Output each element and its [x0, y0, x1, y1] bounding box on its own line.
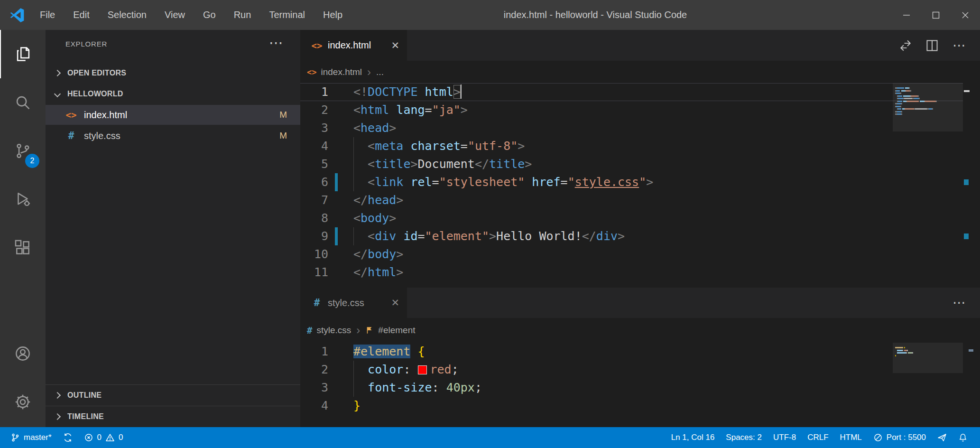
minimize-button[interactable]: [892, 0, 921, 30]
code-line[interactable]: 6 <link rel="stylesheet" href="style.css…: [300, 173, 963, 191]
code-line[interactable]: 4 <meta charset="utf-8">: [300, 137, 963, 155]
menu-file[interactable]: File: [31, 0, 64, 30]
activity-accounts[interactable]: [0, 329, 46, 378]
more-actions-icon[interactable]: ⋯: [952, 41, 966, 50]
code-line[interactable]: 1#element {: [300, 343, 963, 361]
minimap-token: [906, 90, 910, 92]
tab-index-html[interactable]: <> index.html ✕: [300, 30, 407, 61]
code-token: id: [403, 229, 417, 243]
live-server-port-status[interactable]: Port : 5500: [868, 427, 932, 448]
code-token: "ja": [432, 103, 461, 117]
tab-style-css[interactable]: # style.css ✕: [300, 288, 407, 318]
open-changes-icon[interactable]: [899, 39, 912, 52]
menu-help[interactable]: Help: [314, 0, 351, 30]
code-line[interactable]: 9 <div id="element">Hello World!</div>: [300, 227, 963, 245]
language-mode-status[interactable]: HTML: [834, 427, 868, 448]
activity-search[interactable]: [0, 78, 46, 127]
code-token: <: [368, 229, 375, 243]
indentation-status[interactable]: Spaces: 2: [720, 427, 767, 448]
code-lines-bottom[interactable]: 1#element {2 color: red;3 font-size: 40p…: [300, 343, 963, 427]
notifications-button[interactable]: [952, 427, 973, 448]
explorer-more-actions-icon[interactable]: ⋯: [269, 29, 283, 56]
activity-settings[interactable]: [0, 378, 46, 426]
code-line[interactable]: 5 <title>Document</title>: [300, 155, 963, 173]
code-token: >: [389, 121, 396, 135]
menu-edit[interactable]: Edit: [64, 0, 98, 30]
code-token: html: [425, 85, 453, 99]
code-token: Hello World!: [496, 229, 582, 243]
code-token: >: [461, 103, 468, 117]
problems-status[interactable]: 0 0: [78, 427, 129, 448]
minimap-top[interactable]: [893, 83, 963, 288]
code-token: ": [568, 175, 575, 189]
git-branch-status[interactable]: master*: [5, 427, 57, 448]
menu-go[interactable]: Go: [194, 0, 225, 30]
section-folder-helloworld[interactable]: HELLOWORLD: [46, 84, 300, 104]
code-token: body: [361, 211, 389, 225]
breadcrumb-item-file[interactable]: style.css: [316, 325, 351, 336]
warning-count: 0: [119, 433, 123, 442]
breadcrumb-separator-icon: ›: [356, 328, 360, 333]
encoding-status[interactable]: UTF-8: [767, 427, 802, 448]
code-token: lang: [396, 103, 425, 117]
code-token: >: [518, 139, 525, 153]
code-text: <!DOCTYPE html>: [353, 83, 462, 101]
section-open-editors[interactable]: OPEN EDITORS: [46, 63, 300, 83]
text-cursor: [461, 84, 462, 99]
html-file-icon: <>: [307, 67, 316, 77]
gutter: [328, 379, 353, 397]
eol-status[interactable]: CRLF: [802, 427, 834, 448]
code-line[interactable]: 2 color: red;: [300, 361, 963, 379]
minimap-lines: [895, 347, 963, 357]
code-line[interactable]: 3 font-size: 40px;: [300, 379, 963, 397]
minimap-token: [903, 95, 910, 97]
activity-explorer[interactable]: [0, 30, 46, 78]
menu-terminal[interactable]: Terminal: [260, 0, 314, 30]
overview-ruler-cursor-mark: [964, 90, 970, 92]
menu-run[interactable]: Run: [225, 0, 260, 30]
breadcrumb-item-symbol[interactable]: ...: [376, 67, 384, 77]
line-number: 4: [300, 397, 328, 415]
minimap-bottom[interactable]: [893, 343, 963, 427]
code-token: [353, 229, 368, 243]
tab-close-icon[interactable]: ✕: [391, 40, 399, 51]
feedback-button[interactable]: [932, 427, 952, 448]
code-line[interactable]: 3<head>: [300, 119, 963, 137]
maximize-button[interactable]: [921, 0, 951, 30]
gutter: [328, 137, 353, 155]
code-line[interactable]: 2<html lang="ja">: [300, 101, 963, 119]
activity-extensions[interactable]: [0, 224, 46, 272]
editor-actions-top: ⋯: [899, 30, 980, 61]
code-line[interactable]: 10</body>: [300, 245, 963, 263]
code-line[interactable]: 4}: [300, 397, 963, 415]
status-bar: master* 0 0 Ln 1, Col 16 Spac: [0, 427, 980, 448]
menu-selection[interactable]: Selection: [99, 0, 156, 30]
scm-badge: 2: [25, 154, 39, 168]
tab-close-icon[interactable]: ✕: [391, 297, 399, 308]
status-bar-right: Ln 1, Col 16 Spaces: 2 UTF-8 CRLF HTML P…: [666, 427, 973, 448]
code-token: div: [596, 229, 618, 243]
activity-source-control[interactable]: 2: [0, 127, 46, 175]
split-editor-icon[interactable]: [926, 39, 938, 52]
code-line[interactable]: 11</html>: [300, 263, 963, 281]
more-actions-icon[interactable]: ⋯: [952, 298, 966, 308]
line-number: 2: [300, 361, 328, 379]
cursor-position-status[interactable]: Ln 1, Col 16: [666, 427, 721, 448]
code-token: >: [396, 247, 403, 261]
minimap-token: [905, 87, 909, 89]
file-item-index-html[interactable]: <> index.html M: [46, 105, 300, 125]
activity-run-debug[interactable]: [0, 175, 46, 224]
code-line[interactable]: 1<!DOCTYPE html>: [300, 83, 963, 101]
code-line[interactable]: 7</head>: [300, 191, 963, 209]
color-swatch[interactable]: [418, 365, 427, 374]
close-window-button[interactable]: [951, 0, 980, 30]
section-timeline[interactable]: TIMELINE: [46, 406, 300, 427]
sync-changes-button[interactable]: [57, 427, 78, 448]
file-item-style-css[interactable]: # style.css M: [46, 126, 300, 146]
section-outline[interactable]: OUTLINE: [46, 384, 300, 406]
breadcrumb-item-symbol[interactable]: #element: [378, 325, 415, 336]
code-line[interactable]: 8<body>: [300, 209, 963, 227]
code-lines-top[interactable]: 1<!DOCTYPE html>2<html lang="ja">3<head>…: [300, 83, 963, 288]
breadcrumb-item-file[interactable]: index.html: [321, 67, 362, 77]
menu-view[interactable]: View: [156, 0, 194, 30]
